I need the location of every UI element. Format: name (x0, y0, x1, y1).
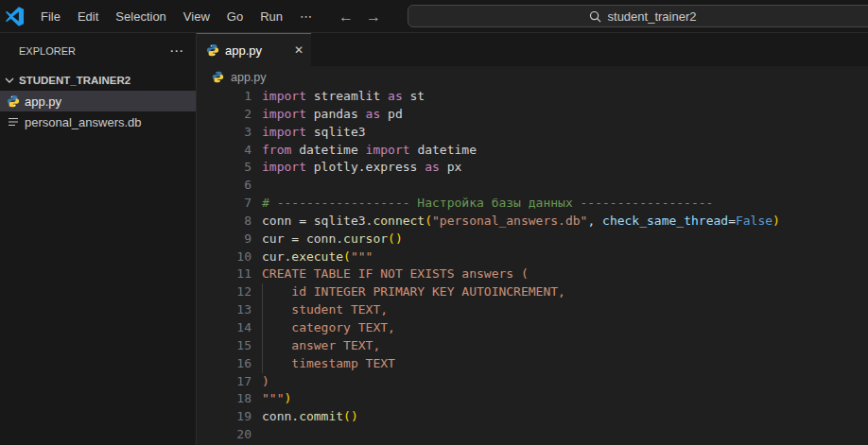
line-number: 17 (197, 373, 252, 391)
python-icon (206, 43, 219, 57)
breadcrumb[interactable]: app.py (197, 66, 868, 88)
explorer-header: EXPLORER ⋯ (0, 33, 196, 59)
code-line[interactable]: 7# ------------------ Настройка базы дан… (197, 195, 868, 213)
code-text: CREATE TABLE IF NOT EXISTS answers ( (252, 265, 529, 283)
folder-name: STUDENT_TRAINER2 (19, 75, 130, 86)
titlebar: File Edit Selection View Go Run ⋯ ← → st… (0, 0, 868, 33)
line-number: 7 (197, 195, 252, 213)
code-line[interactable]: 14 category TEXT, (197, 319, 868, 337)
menu-selection[interactable]: Selection (107, 0, 174, 33)
code-line[interactable]: 11CREATE TABLE IF NOT EXISTS answers ( (197, 265, 868, 283)
breadcrumb-item: app.py (231, 71, 267, 84)
line-number: 12 (197, 283, 252, 301)
editor-group: app.py ✕ app.py 1import streamlit as st2… (197, 33, 868, 445)
line-number: 10 (197, 248, 252, 266)
folder-section-header[interactable]: STUDENT_TRAINER2 (0, 70, 196, 91)
code-line[interactable]: 8conn = sqlite3.connect("personal_answer… (197, 213, 868, 231)
code-text: import plotly.express as px (252, 159, 461, 177)
code-editor[interactable]: 1import streamlit as st2import pandas as… (197, 88, 868, 445)
tab-bar: app.py ✕ (197, 33, 868, 66)
line-number: 19 (197, 408, 252, 426)
code-text: """) (252, 390, 291, 408)
menu-edit[interactable]: Edit (69, 0, 107, 33)
back-arrow-icon[interactable]: ← (339, 9, 354, 25)
code-text: from datetime import datetime (252, 142, 477, 160)
line-number: 5 (197, 159, 252, 177)
code-line[interactable]: 2import pandas as pd (197, 106, 868, 124)
line-number: 20 (197, 426, 252, 444)
code-text: id INTEGER PRIMARY KEY AUTOINCREMENT, (252, 283, 565, 301)
menu-run[interactable]: Run (252, 0, 291, 33)
search-icon (589, 10, 601, 23)
code-text: ) (252, 373, 269, 391)
code-text: conn = sqlite3.connect("personal_answers… (252, 213, 780, 231)
code-text: import streamlit as st (252, 88, 425, 106)
code-text (252, 177, 262, 195)
code-lines: 1import streamlit as st2import pandas as… (197, 88, 868, 444)
code-line[interactable]: 19conn.commit() (197, 408, 868, 426)
explorer-more-actions-icon[interactable]: ⋯ (169, 43, 184, 60)
code-line[interactable]: 9cur = conn.cursor() (197, 231, 868, 248)
tab-label: app.py (225, 43, 262, 58)
code-text: student TEXT, (252, 301, 388, 319)
code-text: cur = conn.cursor() (252, 231, 403, 248)
history-navigation: ← → (339, 0, 381, 33)
code-text: cur.execute(""" (252, 248, 373, 266)
code-line[interactable]: 20 (197, 426, 868, 444)
line-number: 8 (197, 213, 252, 231)
line-number: 1 (197, 88, 252, 106)
code-line[interactable]: 5import plotly.express as px (197, 159, 868, 177)
code-line[interactable]: 18""") (197, 390, 868, 408)
code-line[interactable]: 4from datetime import datetime (197, 142, 868, 160)
code-line[interactable]: 12 id INTEGER PRIMARY KEY AUTOINCREMENT, (197, 283, 868, 301)
code-text: category TEXT, (252, 319, 395, 337)
menu-more[interactable]: ⋯ (291, 0, 321, 33)
python-icon (7, 94, 20, 108)
code-text: import pandas as pd (252, 106, 403, 124)
code-text: conn.commit() (252, 408, 358, 426)
file-name: personal_answers.db (25, 115, 142, 129)
explorer-title: EXPLORER (19, 45, 76, 57)
line-number: 6 (197, 177, 252, 195)
menu-go[interactable]: Go (218, 0, 252, 33)
line-number: 2 (197, 106, 252, 124)
sidebar-item-app-py[interactable]: app.py (0, 91, 196, 111)
line-number: 4 (197, 142, 252, 160)
code-line[interactable]: 10cur.execute(""" (197, 248, 868, 266)
code-text (252, 426, 262, 444)
code-line[interactable]: 3import sqlite3 (197, 124, 868, 142)
tab-app-py[interactable]: app.py ✕ (197, 33, 311, 66)
sidebar-item-personal-answers-db[interactable]: personal_answers.db (0, 111, 196, 132)
line-number: 13 (197, 301, 252, 319)
search-value: student_trainer2 (608, 9, 697, 24)
code-line[interactable]: 15 answer TEXT, (197, 337, 868, 355)
line-number: 11 (197, 265, 252, 283)
line-number: 14 (197, 319, 252, 337)
menu-file[interactable]: File (32, 0, 69, 33)
line-number: 18 (197, 390, 252, 408)
vscode-logo-icon (5, 7, 25, 26)
code-text: # ------------------ Настройка базы данн… (252, 195, 713, 213)
code-text: timestamp TEXT (252, 355, 395, 373)
close-icon[interactable]: ✕ (294, 43, 304, 57)
command-center-search[interactable]: student_trainer2 (408, 5, 868, 27)
database-file-icon (7, 115, 20, 128)
code-line[interactable]: 16 timestamp TEXT (197, 355, 868, 373)
line-number: 16 (197, 355, 252, 373)
line-number: 3 (197, 124, 252, 142)
code-line[interactable]: 1import streamlit as st (197, 88, 868, 106)
line-number: 15 (197, 337, 252, 355)
explorer-sidebar: EXPLORER ⋯ STUDENT_TRAINER2 app.py (0, 33, 197, 445)
python-icon (212, 71, 225, 84)
chevron-down-icon (2, 73, 17, 88)
code-line[interactable]: 6 (197, 177, 868, 195)
file-name: app.py (25, 94, 61, 109)
forward-arrow-icon[interactable]: → (366, 9, 381, 25)
code-line[interactable]: 17) (197, 373, 868, 391)
line-number: 9 (197, 231, 252, 248)
menu-view[interactable]: View (175, 0, 218, 33)
code-text: answer TEXT, (252, 337, 380, 355)
code-line[interactable]: 13 student TEXT, (197, 301, 868, 319)
code-text: import sqlite3 (252, 124, 366, 142)
menubar: File Edit Selection View Go Run ⋯ (32, 0, 321, 33)
